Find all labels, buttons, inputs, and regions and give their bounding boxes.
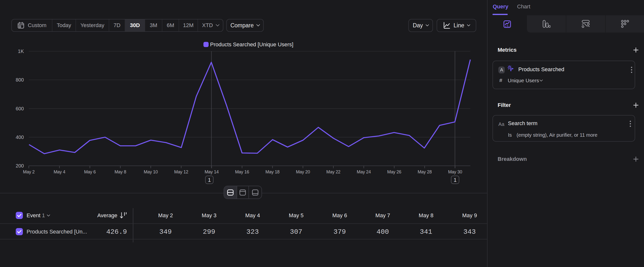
svg-text:1: 1 [454, 177, 456, 183]
svg-text:800: 800 [16, 77, 24, 83]
svg-text:May 28: May 28 [418, 169, 432, 174]
svg-text:400: 400 [16, 134, 24, 140]
svg-text:May 20: May 20 [296, 169, 310, 174]
svg-text:May 6: May 6 [84, 169, 96, 174]
svg-text:May 26: May 26 [387, 169, 402, 174]
svg-text:May 14: May 14 [205, 169, 219, 174]
svg-text:May 22: May 22 [326, 169, 341, 174]
svg-text:May 18: May 18 [266, 169, 280, 174]
svg-text:May 4: May 4 [54, 169, 66, 174]
svg-text:May 30: May 30 [448, 169, 462, 174]
svg-text:May 2: May 2 [23, 169, 35, 174]
svg-text:May 24: May 24 [357, 169, 371, 174]
svg-text:1K: 1K [18, 49, 24, 54]
svg-text:May 10: May 10 [144, 169, 158, 174]
svg-text:600: 600 [16, 106, 24, 111]
svg-text:May 16: May 16 [235, 169, 249, 174]
svg-text:May 8: May 8 [114, 169, 126, 174]
svg-text:200: 200 [16, 163, 24, 168]
svg-text:May 12: May 12 [174, 169, 188, 174]
svg-text:1: 1 [208, 177, 211, 183]
